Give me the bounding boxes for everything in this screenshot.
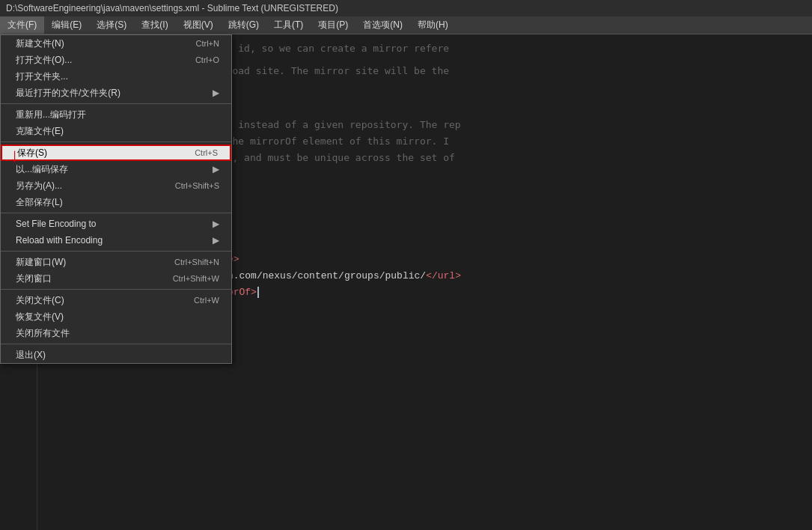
menu-close-window[interactable]: 关闭窗口 Ctrl+Shift+W [1,270,231,287]
menu-open-folder-label: 打开文件夹... [16,70,68,83]
dropdown-container: 新建文件(N) Ctrl+N 打开文件(O)... Ctrl+O 打开文件夹..… [0,34,232,364]
menu-goto[interactable]: 跳转(G) [221,16,266,34]
menu-close-window-shortcut: Ctrl+Shift+W [173,274,219,283]
menu-save-as-label: 另存为(A)... [16,180,62,192]
menu-set-encoding-arrow: ▶ [213,219,219,229]
menu-open-folder[interactable]: 打开文件夹... [1,68,231,85]
menu-save-as[interactable]: 另存为(A)... Ctrl+Shift+S [1,177,231,194]
menu-recent-arrow: ▶ [213,88,219,98]
separator-6 [1,344,231,344]
menu-reload-encoding-label: Reload with Encoding [16,235,103,246]
menu-restore-file-label: 恢复文件(V) [16,311,64,323]
menu-open-file-shortcut: Ctrl+O [195,55,219,64]
menu-find[interactable]: 查找(I) [134,16,175,34]
menu-new-window-shortcut: Ctrl+Shift+N [174,258,219,266]
menu-close-all-label: 关闭所有文件 [16,327,70,340]
menu-save-encoding-label: 以...编码保存 [16,163,68,176]
title-text: D:\SoftwareEngineering\java\maven\settin… [6,3,338,13]
menu-save-all[interactable]: 全部保存(L) [1,194,231,210]
separator-1 [1,103,231,104]
menu-new-file-shortcut: Ctrl+N [196,39,219,48]
menu-save[interactable]: 保存(S) Ctrl+S [1,144,231,161]
menu-edit[interactable]: 编辑(E) [44,16,89,34]
menu-reload-encoding[interactable]: Reload with Encoding ▶ [1,232,231,249]
separator-5 [1,289,231,290]
menu-reopen-label: 重新用...编码打开 [16,109,86,121]
menu-restore-file[interactable]: 恢复文件(V) [1,308,231,325]
menu-close-window-label: 关闭窗口 [16,272,52,285]
menu-reload-encoding-arrow: ▶ [213,235,219,246]
menu-tools[interactable]: 工具(T) [266,16,311,34]
menu-exit-label: 退出(X) [16,349,46,362]
menu-save-all-label: 全部保存(L) [16,196,63,209]
menu-set-encoding[interactable]: Set File Encoding to ▶ [1,216,231,232]
menu-clone[interactable]: 克隆文件(E) [1,123,231,139]
menu-open-file-label: 打开文件(O)... [16,54,72,67]
separator-2 [1,141,231,142]
menu-new-file-label: 新建文件(N) [16,37,64,50]
menu-recent[interactable]: 最近打开的文件/文件夹(R) ▶ [1,85,231,101]
menu-save-label: 保存(S) [17,147,47,159]
menu-save-encoding-arrow: ▶ [213,164,219,174]
menu-exit[interactable]: 退出(X) [1,347,231,363]
menu-close-all[interactable]: 关闭所有文件 [1,325,231,341]
menu-selection[interactable]: 选择(S) [89,16,134,34]
menu-bar: 文件(F) 编辑(E) 选择(S) 查找(I) 视图(V) 跳转(G) 工具(T… [0,16,812,34]
menu-clone-label: 克隆文件(E) [16,125,64,138]
menu-file[interactable]: 文件(F) [0,16,44,34]
separator-3 [1,213,231,213]
menu-new-window[interactable]: 新建窗口(W) Ctrl+Shift+N [1,254,231,270]
menu-preferences[interactable]: 首选项(N) [355,16,410,34]
menu-open-file[interactable]: 打开文件(O)... Ctrl+O [1,52,231,68]
menu-save-as-shortcut: Ctrl+Shift+S [175,181,219,190]
menu-new-file[interactable]: 新建文件(N) Ctrl+N [1,35,231,52]
menu-save-shortcut: Ctrl+S [195,148,218,157]
file-menu-dropdown: 新建文件(N) Ctrl+N 打开文件(O)... Ctrl+O 打开文件夹..… [0,34,232,364]
menu-set-encoding-label: Set File Encoding to [16,219,96,229]
menu-close-file-label: 关闭文件(C) [16,294,64,307]
menu-recent-label: 最近打开的文件/文件夹(R) [16,87,120,100]
title-bar: D:\SoftwareEngineering\java\maven\settin… [0,0,812,16]
menu-close-file[interactable]: 关闭文件(C) Ctrl+W [1,292,231,308]
separator-4 [1,251,231,252]
menu-new-window-label: 新建窗口(W) [16,256,66,269]
menu-save-encoding[interactable]: 以...编码保存 ▶ [1,161,231,177]
menu-help[interactable]: 帮助(H) [410,16,456,34]
menu-project[interactable]: 项目(P) [311,16,355,34]
menu-reopen[interactable]: 重新用...编码打开 [1,106,231,123]
menu-view[interactable]: 视图(V) [176,16,221,34]
menu-close-file-shortcut: Ctrl+W [194,296,219,305]
